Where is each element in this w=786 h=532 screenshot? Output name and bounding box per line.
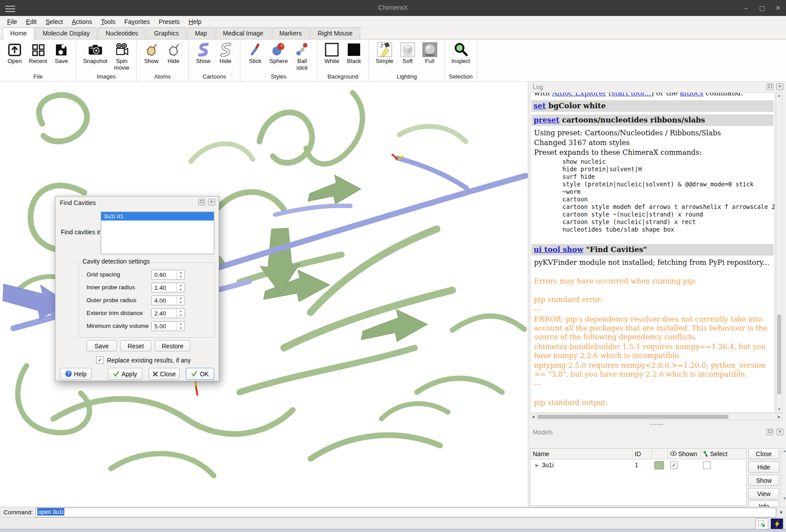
save-settings-button[interactable]: Save	[86, 340, 117, 351]
models-vertical-scrollbar[interactable]: ▲ ▼	[781, 448, 786, 501]
column-header-select[interactable]: Select	[701, 449, 746, 459]
view-model-button[interactable]: View	[748, 488, 779, 499]
toolbar-button-file-recent[interactable]: Recent	[26, 41, 50, 65]
spinbox-down-icon[interactable]: ▼	[177, 313, 185, 318]
log-link[interactable]: altlocs	[680, 92, 703, 97]
toolbar-button-file-open[interactable]: Open	[4, 41, 26, 65]
tab-home[interactable]: Home	[3, 28, 34, 39]
setting-spinbox-inner-probe-radius[interactable]: 1.40▲▼	[151, 283, 185, 292]
toolbar-button-atoms-hide[interactable]: Hide	[162, 41, 185, 65]
toolbar-button-cartoons-hide[interactable]: Hide	[214, 41, 236, 65]
toolbar-button-images-snapshot[interactable]: Snapshot	[80, 41, 110, 65]
toolbar-button-cartoons-show[interactable]: Show	[192, 41, 214, 65]
spinbox-down-icon[interactable]: ▼	[177, 275, 185, 279]
tab-map[interactable]: Map	[187, 28, 214, 39]
minimize-button[interactable]: –	[743, 4, 750, 12]
column-header-id[interactable]: ID	[633, 449, 652, 459]
replace-results-checkbox[interactable]: ✓	[96, 356, 104, 364]
setting-spinbox-outer-probe-radius[interactable]: 4.00▲▼	[151, 296, 185, 305]
toolbar-button-styles-sphere[interactable]: Sphere	[266, 41, 291, 65]
toolbar-button-file-save[interactable]: Save	[50, 41, 72, 65]
toolbar-button-styles-ball-stick[interactable]: Ball stick	[291, 41, 313, 71]
restore-settings-button[interactable]: Restore	[155, 340, 190, 351]
spinbox-arrows[interactable]: ▲▼	[177, 270, 185, 279]
structure-list-item[interactable]: 3u1i #1	[101, 212, 214, 221]
tab-graphics[interactable]: Graphics	[146, 28, 186, 39]
log-link[interactable]: Altloc Explorer	[552, 92, 606, 97]
show-model-button[interactable]: Show	[748, 475, 779, 486]
toolbar-button-images-spin-movie[interactable]: Spin movie	[110, 41, 133, 71]
toolbar-button-background-black[interactable]: Black	[343, 41, 365, 65]
maximize-button[interactable]: ▢	[758, 4, 766, 12]
spinbox-up-icon[interactable]: ▲	[177, 296, 185, 300]
log-command-link[interactable]: preset	[534, 116, 559, 124]
menu-actions[interactable]: Actions	[67, 17, 97, 27]
toolbar-button-atoms-show[interactable]: Show	[140, 41, 162, 65]
setting-spinbox-grid-spacing[interactable]: 0.60▲▼	[151, 270, 185, 280]
ok-button[interactable]: OK	[186, 368, 214, 380]
model-row[interactable]: ▶ 3u1i 1 ✓	[531, 459, 746, 471]
models-close-icon[interactable]: ✕	[776, 429, 783, 435]
models-float-icon[interactable]	[766, 429, 774, 435]
help-button[interactable]: ? Help	[60, 368, 92, 380]
menu-file[interactable]: File	[3, 17, 22, 27]
spinbox-arrows[interactable]: ▲▼	[177, 296, 185, 305]
spinbox-up-icon[interactable]: ▲	[177, 322, 185, 326]
resize-graphics-icon[interactable]	[755, 518, 768, 529]
setting-spinbox-exterior-trim-distance[interactable]: 2.40▲▼	[151, 308, 185, 318]
log-command-link[interactable]: set	[534, 102, 546, 110]
hide-model-button[interactable]: Hide	[748, 461, 779, 473]
lightning-bolt-icon[interactable]	[770, 518, 783, 529]
spinbox-down-icon[interactable]: ▼	[177, 300, 185, 305]
column-header-shown[interactable]: Shown	[668, 449, 701, 459]
column-header-name[interactable]: Name	[531, 449, 633, 459]
close-button[interactable]: ✕	[774, 4, 782, 12]
spinbox-arrows[interactable]: ▲▼	[177, 322, 185, 331]
replace-results-checkbox-row[interactable]: ✓ Replace existing results, if any	[96, 356, 191, 364]
log-float-icon[interactable]	[766, 83, 774, 90]
setting-spinbox-minimum-cavity-volume[interactable]: 5.00▲▼	[151, 321, 185, 331]
spinbox-up-icon[interactable]: ▲	[177, 283, 185, 288]
dialog-close-icon[interactable]: ✕	[208, 199, 215, 205]
dialog-float-icon[interactable]	[198, 199, 205, 205]
expand-triangle-icon[interactable]: ▶	[535, 463, 539, 468]
close-model-button[interactable]: Close	[748, 448, 779, 459]
log-link[interactable]: start tool...	[611, 92, 651, 97]
apply-button[interactable]: Apply	[108, 368, 142, 380]
log-close-icon[interactable]: ✕	[776, 83, 783, 90]
structure-listbox[interactable]: 3u1i #1	[101, 212, 214, 254]
log-horizontal-scrollbar[interactable]: ◀ ▶	[530, 414, 782, 420]
log-command-link[interactable]: ui tool show	[534, 245, 583, 254]
column-header-color[interactable]	[652, 449, 668, 459]
reset-settings-button[interactable]: Reset	[120, 340, 151, 351]
spinbox-arrows[interactable]: ▲▼	[177, 283, 185, 292]
spinbox-down-icon[interactable]: ▼	[177, 288, 185, 292]
menu-tools[interactable]: Tools	[97, 17, 120, 27]
toolbar-button-lighting-simple[interactable]: Simple	[373, 41, 397, 65]
tab-medical-image[interactable]: Medical Image	[216, 28, 271, 39]
menu-select[interactable]: Select	[41, 17, 67, 27]
menu-favorites[interactable]: Favorites	[120, 17, 154, 27]
close-dialog-button[interactable]: Close	[149, 368, 180, 380]
spinbox-down-icon[interactable]: ▼	[177, 326, 185, 331]
model-select-checkbox[interactable]	[703, 461, 711, 469]
log-content[interactable]: with Altloc Explorer [start tool...] or …	[530, 92, 775, 413]
menu-presets[interactable]: Presets	[154, 17, 184, 27]
spinbox-arrows[interactable]: ▲▼	[177, 309, 185, 318]
toolbar-button-selection-inspect[interactable]: Inspect	[448, 41, 473, 65]
menu-help[interactable]: Help	[184, 17, 206, 27]
toolbar-button-styles-stick[interactable]: Stick	[244, 41, 266, 65]
spinbox-up-icon[interactable]: ▲	[177, 309, 185, 313]
model-shown-checkbox[interactable]: ✓	[670, 461, 678, 469]
toolbar-button-background-white[interactable]: White	[321, 41, 343, 65]
log-vertical-scrollbar[interactable]: ▲ ▼	[776, 92, 782, 413]
tab-molecule-display[interactable]: Molecule Display	[35, 28, 97, 39]
model-color-swatch[interactable]	[654, 461, 664, 469]
tab-nucleotides[interactable]: Nucleotides	[98, 28, 145, 39]
panel-splitter[interactable]: ••••••	[528, 422, 786, 427]
spinbox-up-icon[interactable]: ▲	[177, 270, 185, 275]
toolbar-button-lighting-soft[interactable]: Soft	[397, 41, 419, 65]
command-history-dropdown-icon[interactable]: ▼	[777, 508, 785, 517]
command-input[interactable]: open 3u1i	[35, 508, 776, 517]
toolbar-button-lighting-full[interactable]: Full	[419, 41, 441, 65]
